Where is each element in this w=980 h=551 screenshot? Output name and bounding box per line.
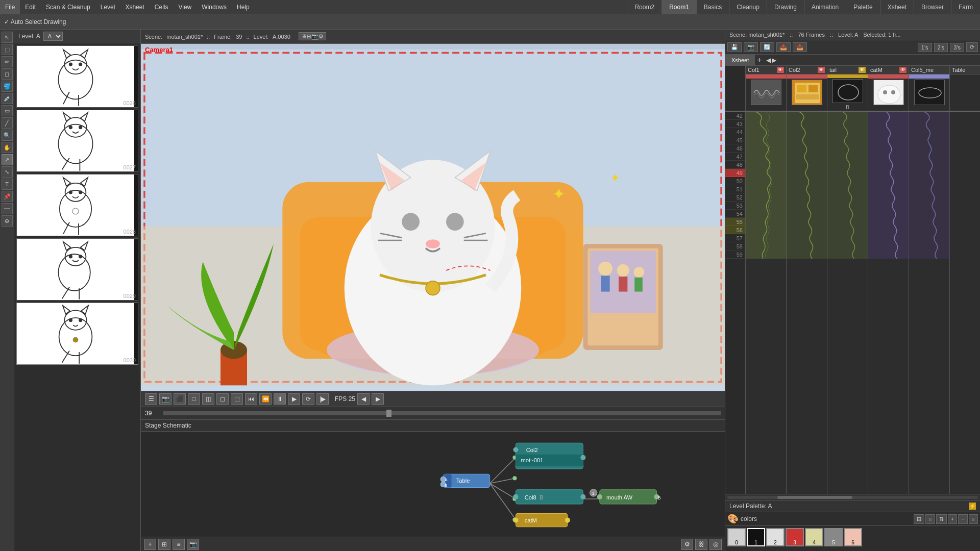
menu-level[interactable]: Level	[95, 0, 120, 14]
palette-del-btn[interactable]: −	[958, 514, 967, 524]
bottom-snap-btn[interactable]: ◎	[709, 539, 722, 550]
film-frame-0027[interactable]: 0027	[16, 110, 138, 172]
xsheet-export-btn[interactable]: 📤	[776, 42, 791, 52]
bottom-connect-btn[interactable]: ⛓	[695, 539, 707, 550]
catm-eye-btn[interactable]: 👁	[899, 67, 906, 73]
bottom-list-btn[interactable]: ≡	[173, 539, 185, 550]
menu-cells[interactable]: Cells	[150, 0, 174, 14]
tail-eye-btn[interactable]: 👁	[859, 67, 866, 73]
menu-help[interactable]: Help	[232, 0, 255, 14]
tool-pin[interactable]: 📌	[2, 191, 13, 202]
room-tab-animation[interactable]: Animation	[804, 0, 846, 14]
transport-frame-btn[interactable]: ◻	[216, 393, 229, 405]
menu-file[interactable]: File	[0, 0, 20, 14]
fps-next-btn[interactable]: ▶	[372, 393, 384, 405]
room-tab-room1[interactable]: Room1	[662, 0, 696, 14]
room-tab-palette[interactable]: Palette	[846, 0, 879, 14]
room-tab-drawing[interactable]: Drawing	[767, 0, 804, 14]
swatch-3[interactable]: 3	[786, 528, 804, 546]
swatch-6[interactable]: 6	[844, 528, 862, 546]
transport-square1-btn[interactable]: ⬛	[174, 393, 186, 405]
col1-data[interactable]	[746, 112, 787, 494]
col-header-col5me[interactable]: Col5_me	[909, 66, 950, 111]
room-tab-browser[interactable]: Browser	[914, 0, 951, 14]
transport-menu-btn[interactable]: ☰	[145, 393, 157, 405]
tool-transform[interactable]: ⤡	[2, 166, 13, 178]
xsheet-import-btn[interactable]: 📥	[793, 42, 807, 52]
canvas-viewport[interactable]: ✦ ✦ Camera1	[141, 44, 725, 391]
menu-windows[interactable]: Windows	[197, 0, 232, 14]
xsheet-scrollbar[interactable]	[725, 494, 980, 500]
canvas-view-icons[interactable]: 🖥⊞📷⚙	[299, 32, 326, 40]
tool-zoom[interactable]: 🔍	[2, 130, 13, 141]
menu-scan-cleanup[interactable]: Scan & Cleanup	[41, 0, 95, 14]
tool-shape[interactable]: ▭	[2, 105, 13, 116]
xsheet-add-col-btn[interactable]: +	[755, 56, 764, 65]
level-select[interactable]: A	[43, 32, 63, 41]
tool-text[interactable]: T	[2, 179, 13, 190]
room-tab-basics[interactable]: Basics	[696, 0, 729, 14]
room-tab-xsheet[interactable]: Xsheet	[880, 0, 914, 14]
tool-pointer[interactable]: ↗	[2, 154, 13, 165]
menu-edit[interactable]: Edit	[20, 0, 41, 14]
tool-select[interactable]: ⬚	[2, 44, 13, 55]
xsheet-reload-btn[interactable]: 🔄	[760, 42, 774, 52]
transport-prev-btn[interactable]: ⏪	[259, 393, 272, 405]
tool-eraser[interactable]: ◻	[2, 68, 13, 80]
scrubber-handle[interactable]	[386, 410, 391, 417]
col1-eye-btn[interactable]: 👁	[777, 67, 784, 73]
tool-brush[interactable]: ✏	[2, 56, 13, 67]
swatch-1[interactable]: 1	[747, 528, 765, 546]
col-header-col1[interactable]: Col1 👁	[746, 66, 787, 111]
film-frame-0026[interactable]: 0026	[16, 45, 138, 108]
film-frame-0028[interactable]: 0028	[16, 174, 138, 236]
palette-list-btn[interactable]: ≡	[925, 514, 935, 524]
catm-data[interactable]	[868, 112, 909, 494]
menu-view[interactable]: View	[173, 0, 197, 14]
xsheet-save-btn[interactable]: 💾	[727, 42, 742, 52]
scroll-thumb[interactable]	[777, 496, 852, 499]
tool-fill[interactable]: 🪣	[2, 81, 13, 92]
transport-dualframe-btn[interactable]: ◫	[202, 393, 214, 405]
bottom-camera-btn[interactable]: 📷	[187, 539, 199, 550]
room-tab-room2[interactable]: Room2	[627, 0, 662, 14]
swatch-5[interactable]: 5	[824, 528, 843, 546]
fps-prev-btn[interactable]: ◀	[357, 393, 370, 405]
swatch-2[interactable]: 2	[766, 528, 785, 546]
xsheet-refresh-btn[interactable]: ⟳	[966, 42, 978, 52]
bottom-grid-btn[interactable]: ⊞	[158, 539, 170, 550]
palette-power-btn[interactable]: ⚡	[969, 503, 976, 510]
tail-data[interactable]	[827, 112, 868, 494]
menu-xsheet[interactable]: Xsheet	[120, 0, 149, 14]
transport-camera-btn[interactable]: 📷	[159, 393, 172, 405]
frame-scrubber[interactable]	[163, 411, 721, 415]
swatch-0[interactable]: 0	[727, 528, 746, 546]
tool-arrow[interactable]: ↖	[2, 32, 13, 43]
film-frame-0029[interactable]: 0029	[16, 238, 138, 300]
xsheet-camera-btn[interactable]: 📷	[744, 42, 758, 52]
xsheet-2s-btn[interactable]: 2's	[934, 43, 948, 52]
xsheet-3s-btn[interactable]: 3's	[950, 43, 964, 52]
transport-first-btn[interactable]: ⏮	[245, 393, 257, 405]
col-header-catm[interactable]: catM 👁	[868, 66, 909, 111]
col2-eye-btn[interactable]: 👁	[818, 67, 825, 73]
col2-data[interactable]	[787, 112, 827, 494]
transport-pause-btn[interactable]: ⏸	[274, 393, 286, 405]
palette-options-btn[interactable]: ≡	[969, 514, 978, 524]
room-tab-farm[interactable]: Farm	[951, 0, 980, 14]
bottom-settings-btn[interactable]: ⚙	[681, 539, 693, 550]
tool-pan[interactable]: ✋	[2, 142, 13, 153]
tool-magnet[interactable]: ⊕	[2, 215, 13, 227]
transport-play-btn[interactable]: ▶	[288, 393, 300, 405]
swatch-4[interactable]: 4	[805, 528, 823, 546]
tool-bender[interactable]: 〰	[2, 203, 13, 214]
col-header-col2[interactable]: Col2 👁	[787, 66, 827, 111]
tool-line[interactable]: ╱	[2, 117, 13, 129]
xsheet-1s-btn[interactable]: 1's	[918, 43, 932, 52]
transport-grid-btn[interactable]: ⬚	[231, 393, 243, 405]
xsheet-nav-btns[interactable]: ◀ ▶	[764, 57, 778, 64]
transport-loop-btn[interactable]: ⟳	[302, 393, 314, 405]
film-frame-0030[interactable]: 0030	[16, 303, 138, 365]
palette-grid-btn[interactable]: ⊞	[914, 514, 924, 524]
transport-square2-btn[interactable]: □	[188, 393, 200, 405]
